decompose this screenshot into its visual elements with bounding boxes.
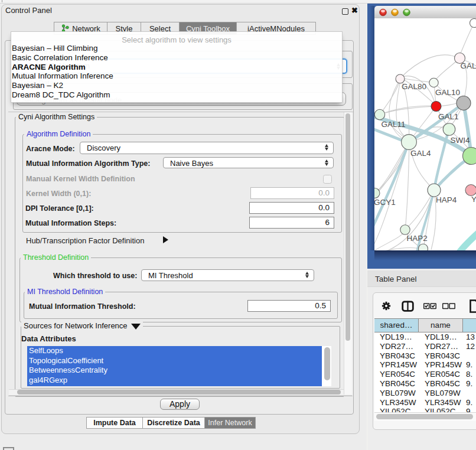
svg-text:GAL: GAL bbox=[461, 61, 476, 70]
svg-text:HAP2: HAP2 bbox=[407, 234, 428, 243]
svg-text:GAL1: GAL1 bbox=[438, 112, 459, 121]
svg-text:GAL11: GAL11 bbox=[382, 120, 406, 129]
svg-text:GAL80: GAL80 bbox=[402, 82, 426, 91]
svg-text:HAP4: HAP4 bbox=[436, 195, 457, 204]
svg-text:GCY1: GCY1 bbox=[374, 198, 396, 207]
svg-text:GAL4: GAL4 bbox=[410, 149, 431, 158]
svg-text:GAL10: GAL10 bbox=[435, 88, 460, 97]
svg-text:SWI4: SWI4 bbox=[451, 136, 470, 145]
svg-text:Y: Y bbox=[471, 195, 476, 204]
